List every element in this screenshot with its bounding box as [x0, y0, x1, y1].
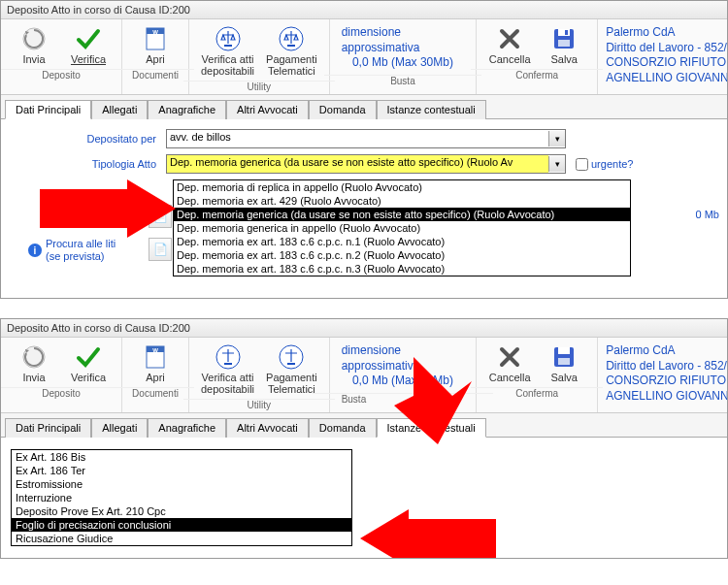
case-info-line3: CONSORZIO RIFIUTO	[606, 374, 719, 389]
cancella-button[interactable]: Cancella	[484, 23, 535, 67]
istanza-item[interactable]: Foglio di precisazioni conclusioni	[12, 518, 351, 532]
apri-label: Apri	[146, 53, 165, 65]
svg-rect-20	[287, 363, 295, 365]
group-deposito-label: Deposito	[0, 69, 127, 82]
doc-view-button[interactable]: 📄	[149, 238, 172, 261]
window-top: Deposito Atto in corso di Causa ID:200 I…	[0, 0, 728, 299]
istanze-listbox[interactable]: Ex Art. 186 BisEx Art. 186 TerEstromissi…	[11, 449, 352, 546]
verifica-atti-button[interactable]: Verifica atti depositabili	[197, 341, 258, 397]
svg-marker-25	[360, 509, 496, 559]
istanza-item[interactable]: Estromissione	[12, 477, 351, 491]
tipologia-dropdown[interactable]: Dep. memoria di replica in appello (Ruol…	[173, 179, 631, 276]
case-info: Palermo CdA Diritto del Lavoro - 852/2 C…	[598, 19, 727, 94]
form-dati-principali: Depositato per avv. de billos ▾ Tipologi…	[1, 119, 727, 298]
svg-rect-18	[224, 363, 232, 365]
refresh-icon	[20, 25, 48, 52]
tipologia-option[interactable]: Dep. memoria ex art. 183 c.6 c.p.c. n.1 …	[174, 235, 630, 248]
tipologia-option[interactable]: Dep. memoria di replica in appello (Ruol…	[174, 180, 630, 194]
svg-rect-9	[558, 29, 570, 36]
tab-istanze-contestuali[interactable]: Istanze contestuali	[377, 100, 486, 119]
istanza-item[interactable]: Ricusazione Giudice	[12, 532, 351, 545]
delete-icon	[496, 25, 523, 52]
pagamenti-button[interactable]: Pagamenti Telematici	[262, 23, 321, 79]
svg-rect-10	[558, 40, 570, 47]
urgente-checkbox-input[interactable]	[576, 158, 588, 171]
salva-label: Salva	[550, 372, 578, 383]
cancella-button[interactable]: Cancella	[484, 341, 535, 385]
svg-rect-23	[558, 358, 570, 365]
svg-rect-11	[565, 30, 568, 35]
tab-altri-avvocati[interactable]: Altri Avvocati	[226, 418, 309, 438]
depositato-per-combo[interactable]: avv. de billos ▾	[166, 129, 566, 148]
istanza-item[interactable]: Ex Art. 186 Bis	[12, 450, 351, 464]
tab-allegati[interactable]: Allegati	[91, 418, 148, 438]
tipologia-selected: Dep. memoria generica (da usare se non e…	[167, 155, 548, 173]
group-documenti-label: Documenti	[116, 69, 194, 82]
svg-text:W: W	[152, 347, 158, 353]
info-icon: i	[28, 244, 42, 257]
salva-label: Salva	[550, 53, 578, 65]
case-info-line2: Diritto del Lavoro - 852/2	[606, 359, 719, 374]
apri-button[interactable]: W Apri	[130, 23, 181, 67]
tipologia-option[interactable]: Dep. memoria ex art. 183 c.6 c.p.c. n.3 …	[174, 262, 630, 276]
tab-altri-avvocati[interactable]: Altri Avvocati	[226, 100, 309, 119]
group-utility-label: Utility	[183, 81, 335, 94]
group-documenti-label: Documenti	[116, 387, 194, 401]
tab-dati-principali[interactable]: Dati Principali	[5, 100, 91, 119]
svg-rect-22	[558, 347, 570, 354]
tab-dati-principali[interactable]: Dati Principali	[5, 418, 91, 438]
tipologia-option[interactable]: Dep. memoria ex art. 429 (Ruolo Avvocato…	[174, 194, 630, 208]
pagamenti-label: Pagamenti Telematici	[266, 53, 317, 77]
depositato-per-value: avv. de billos	[167, 130, 548, 147]
salva-button[interactable]: Salva	[539, 23, 589, 67]
apri-button[interactable]: W Apri	[130, 341, 181, 385]
tab-anagrafiche[interactable]: Anagrafiche	[148, 100, 226, 119]
case-info-line2: Diritto del Lavoro - 852/2	[606, 41, 719, 56]
tipologia-option[interactable]: Dep. memoria generica in appello (Ruolo …	[174, 221, 630, 235]
invia-button[interactable]: Invia	[9, 341, 59, 385]
tipologia-label: Tipologia Atto	[30, 158, 166, 170]
chevron-down-icon[interactable]: ▾	[548, 131, 565, 146]
urgente-checkbox[interactable]: urgente?	[572, 155, 633, 174]
pagamenti-button[interactable]: Pagamenti Telematici	[262, 341, 321, 397]
cancella-label: Cancella	[489, 53, 531, 65]
case-info-line1: Palermo CdA	[606, 343, 719, 359]
tab-allegati[interactable]: Allegati	[91, 100, 148, 119]
chevron-down-icon[interactable]: ▾	[548, 156, 565, 172]
tipologia-combo[interactable]: Dep. memoria generica (da usare se non e…	[166, 154, 566, 174]
tab-domanda[interactable]: Domanda	[309, 418, 377, 438]
case-info: Palermo CdA Diritto del Lavoro - 852/2 C…	[598, 338, 727, 412]
verifica-atti-button[interactable]: Verifica atti depositabili	[197, 23, 258, 79]
case-info-line4: AGNELLINO GIOVANN	[606, 389, 719, 405]
case-info-line4: AGNELLINO GIOVANN	[606, 71, 719, 86]
verifica-button[interactable]: Verifica	[63, 341, 114, 385]
tab-anagrafiche[interactable]: Anagrafiche	[148, 418, 226, 438]
group-busta-label: Busta	[324, 75, 482, 88]
giustizia-icon	[215, 343, 242, 371]
invia-button[interactable]: Invia	[9, 23, 59, 67]
istanza-item[interactable]: Ex Art. 186 Ter	[12, 464, 351, 477]
annotation-arrow	[360, 509, 496, 559]
toolbar-group-conferma: Cancella Salva Conferma	[477, 338, 598, 412]
toolbar-group-deposito: Invia Verifica Deposito	[1, 19, 122, 94]
case-info-line3: CONSORZIO RIFIUTO	[606, 55, 719, 71]
annotation-arrow	[384, 357, 472, 444]
toolbar: Invia Verifica Deposito W Apri	[1, 19, 727, 95]
size-hint: 0 Mb	[696, 209, 719, 221]
tipologia-option[interactable]: Dep. memoria ex art. 183 c.6 c.p.c. n.2 …	[174, 248, 630, 262]
toolbar-group-deposito: Invia Verifica Deposito	[1, 338, 122, 412]
verifica-label: Verifica	[71, 372, 106, 383]
verifica-atti-label: Verifica atti depositabili	[201, 372, 254, 395]
istanza-item[interactable]: Deposito Prove Ex Art. 210 Cpc	[12, 504, 351, 518]
salva-button[interactable]: Salva	[539, 341, 589, 385]
toolbar-group-busta: dimensione approssimativa 0,0 Mb (Max 30…	[330, 19, 478, 94]
tab-domanda[interactable]: Domanda	[309, 100, 377, 119]
giustizia-icon	[215, 25, 242, 52]
tipologia-option[interactable]: Dep. memoria generica (da usare se non e…	[174, 208, 630, 221]
toolbar-group-documenti: W Apri Documenti	[122, 19, 189, 94]
depositato-per-label: Depositato per	[30, 133, 166, 145]
svg-text:W: W	[152, 29, 158, 35]
save-icon	[550, 343, 578, 371]
verifica-button[interactable]: Verifica	[63, 23, 114, 67]
istanza-item[interactable]: Interruzione	[12, 491, 351, 504]
